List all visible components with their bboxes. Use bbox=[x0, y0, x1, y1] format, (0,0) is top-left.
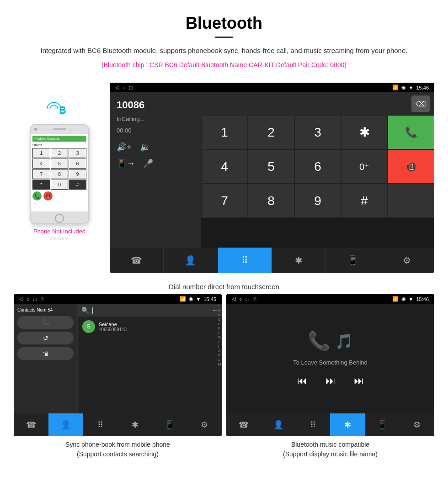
volume-down-icon[interactable]: 🔉 bbox=[140, 142, 150, 152]
contacts-search-bar: 🔍 | ← bbox=[78, 304, 222, 317]
recents-icon: □ bbox=[129, 85, 133, 90]
contacts-nav-keypad[interactable]: ⠿ bbox=[83, 413, 118, 436]
phone-key-0[interactable]: 0 bbox=[51, 180, 69, 190]
music-nav-bluetooth[interactable]: ✱ bbox=[330, 413, 365, 436]
phone-key-4[interactable]: 4 bbox=[32, 159, 50, 169]
dialer-right-panel: ⌫ 1 2 3 ✱ 📞 4 5 6 0⁺ 📵 7 8 bbox=[201, 92, 434, 248]
contacts-home-icon: ○ bbox=[27, 296, 30, 302]
prev-button[interactable]: ⏮ bbox=[297, 375, 307, 387]
phone-key-3[interactable]: 3 bbox=[69, 148, 86, 158]
phone-key-2[interactable]: 2 bbox=[51, 148, 69, 158]
end-call-button[interactable]: 📵 bbox=[388, 149, 434, 184]
title-divider bbox=[215, 37, 233, 38]
key-0plus[interactable]: 0⁺ bbox=[341, 149, 388, 184]
header-description: Integrated with BC6 Bluetooth module, su… bbox=[18, 45, 430, 56]
key-4[interactable]: 4 bbox=[201, 149, 248, 184]
phone-call-button[interactable]: 📞 bbox=[32, 191, 42, 201]
contacts-refresh-btn[interactable]: ↺ bbox=[17, 332, 74, 344]
dialer-volume-controls: 🔊+ 🔉 bbox=[117, 142, 194, 152]
contacts-caption-line2: (Support contacts searching) bbox=[77, 450, 159, 458]
wifi-icon: ▼ bbox=[409, 85, 414, 90]
contacts-caption: Sync phone-book from mobile phone (Suppo… bbox=[65, 440, 170, 459]
home-icon: ○ bbox=[123, 85, 126, 90]
main-caption: Dial number direct from touchscreen bbox=[0, 277, 448, 294]
key-7[interactable]: 7 bbox=[201, 184, 248, 218]
microphone-icon[interactable]: 🎤 bbox=[143, 159, 153, 169]
contact-name: Seicane bbox=[99, 322, 217, 327]
key-2[interactable]: 2 bbox=[248, 115, 294, 149]
phone-dialer-label: Dialer bbox=[32, 143, 86, 147]
phone-mock-area: ʙ + Add to Contacts Dialer 1 2 3 4 5 bbox=[14, 83, 105, 241]
nav-bluetooth[interactable]: ✱ bbox=[272, 248, 326, 273]
contacts-call-btn[interactable]: 📞 bbox=[17, 316, 74, 329]
dialer-left-panel: 10086 InCalling... 00:00 🔊+ 🔉 📱→ 🎤 bbox=[110, 92, 201, 248]
contacts-delete-btn[interactable]: 🗑 bbox=[17, 347, 74, 360]
phone-key-1[interactable]: 1 bbox=[32, 148, 50, 158]
music-nav-phone-out[interactable]: 📱 bbox=[365, 413, 400, 436]
search-back-icon[interactable]: ← bbox=[212, 307, 218, 314]
phone-bottom bbox=[31, 211, 88, 224]
contacts-nav-settings[interactable]: ⚙ bbox=[187, 413, 222, 436]
music-nav-phone[interactable]: ☎ bbox=[226, 413, 261, 436]
phone-end-button[interactable]: 📵 bbox=[43, 191, 53, 201]
phone-home-button[interactable] bbox=[55, 214, 64, 223]
location-icon: ◉ bbox=[401, 85, 406, 90]
phone-transfer-icon[interactable]: 📱→ bbox=[117, 159, 135, 169]
phone-key-hash[interactable]: # bbox=[69, 180, 86, 190]
contacts-status-right: 📶 ◉ ▼ 15:45 bbox=[180, 296, 216, 302]
contacts-nav-phone[interactable]: ☎ bbox=[14, 413, 48, 436]
contacts-count: Contacts Num:54 bbox=[17, 307, 74, 312]
contacts-nav-contacts[interactable]: 👤 bbox=[48, 413, 83, 436]
music-nav-keypad[interactable]: ⠿ bbox=[296, 413, 331, 436]
clock: 15:46 bbox=[416, 85, 429, 90]
key-1[interactable]: 1 bbox=[201, 115, 248, 149]
nav-settings[interactable]: ⚙ bbox=[380, 248, 434, 273]
contacts-clock: 15:45 bbox=[203, 296, 216, 302]
dialer-extra-controls: 📱→ 🎤 bbox=[117, 159, 194, 169]
nav-contacts[interactable]: 👤 bbox=[164, 248, 218, 273]
contact-avatar: S bbox=[82, 320, 95, 333]
phone-key-6[interactable]: 6 bbox=[69, 159, 86, 169]
music-song-title: To Leave Something Behind bbox=[293, 359, 368, 366]
key-empty bbox=[388, 184, 434, 218]
key-8[interactable]: 8 bbox=[248, 184, 294, 218]
music-clock: 15:46 bbox=[416, 296, 429, 302]
alpha-scroll-bar[interactable]: *ABCDEF GHIJKLM bbox=[218, 304, 221, 366]
music-nav-contacts[interactable]: 👤 bbox=[261, 413, 296, 436]
contacts-loc-icon: ◉ bbox=[189, 296, 193, 302]
contact-list-item[interactable]: S Seicane 10655059113 bbox=[78, 317, 222, 337]
volume-up-icon[interactable]: 🔊+ bbox=[117, 142, 132, 152]
music-caption-line1: Bluetooth music compatible bbox=[291, 441, 369, 448]
nav-contacts-icon: 👤 bbox=[185, 255, 196, 266]
phone-keypad: 1 2 3 4 5 6 7 8 9 * 0 # bbox=[32, 148, 86, 190]
phone-key-9[interactable]: 9 bbox=[69, 169, 86, 179]
nav-phone-out-icon: 📱 bbox=[347, 255, 358, 266]
key-hash[interactable]: # bbox=[341, 184, 388, 218]
music-playback-controls: ⏮ ⏭ ⏭ bbox=[297, 375, 364, 387]
contacts-nav-bluetooth[interactable]: ✱ bbox=[117, 413, 152, 436]
music-status-left: ◁ ○ □ 📱 bbox=[232, 296, 257, 302]
music-caption: Bluetooth music compatible (Support disp… bbox=[283, 440, 378, 459]
nav-phone[interactable]: ☎ bbox=[110, 248, 164, 273]
key-3[interactable]: 3 bbox=[294, 115, 341, 149]
key-6[interactable]: 6 bbox=[294, 149, 341, 184]
phone-key-star[interactable]: * bbox=[32, 180, 50, 190]
dialer-status: InCalling... bbox=[117, 116, 194, 122]
next-button[interactable]: ⏭ bbox=[354, 375, 364, 387]
contacts-main-area: Contacts Num:54 📞 ↺ 🗑 🔍 | ← S Seicane bbox=[14, 304, 222, 413]
music-nav-settings[interactable]: ⚙ bbox=[400, 413, 434, 436]
car-status-bar: ◁ ○ □ 📶 ◉ ▼ 15:46 bbox=[110, 83, 434, 92]
nav-phone-out[interactable]: 📱 bbox=[326, 248, 380, 273]
key-5[interactable]: 5 bbox=[248, 149, 294, 184]
play-pause-button[interactable]: ⏭ bbox=[325, 375, 336, 387]
contacts-wifi-icon: ▼ bbox=[196, 296, 201, 302]
nav-keypad[interactable]: ⠿ bbox=[218, 248, 272, 273]
key-9[interactable]: 9 bbox=[294, 184, 341, 218]
contacts-nav-phone-out[interactable]: 📱 bbox=[152, 413, 187, 436]
backspace-button[interactable]: ⌫ bbox=[411, 95, 430, 112]
phone-key-7[interactable]: 7 bbox=[32, 169, 50, 179]
key-star[interactable]: ✱ bbox=[341, 115, 388, 149]
phone-key-5[interactable]: 5 bbox=[51, 159, 69, 169]
call-button[interactable]: 📞 bbox=[388, 115, 434, 149]
phone-key-8[interactable]: 8 bbox=[51, 169, 69, 179]
